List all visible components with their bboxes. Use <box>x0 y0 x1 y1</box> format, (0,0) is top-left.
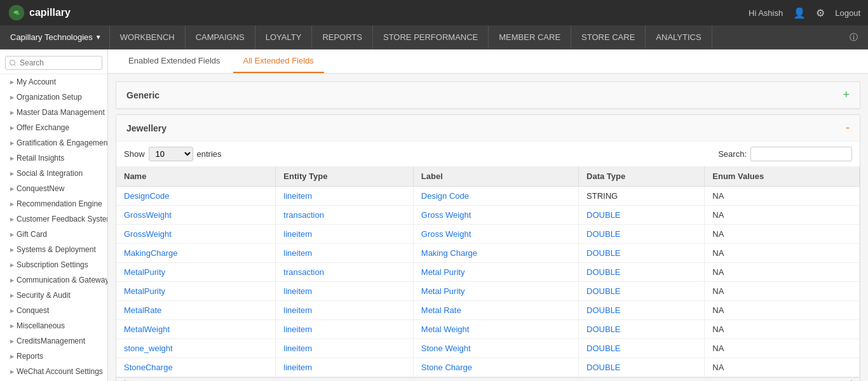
sidebar-item-my-account[interactable]: My Account <box>0 74 107 90</box>
sidebar-item-conquest[interactable]: Conquest <box>0 303 107 318</box>
nav-workbench[interactable]: WORKBENCH <box>110 25 186 49</box>
label-link[interactable]: Gross Weight <box>421 210 471 220</box>
cell-name: MetalRate <box>116 301 276 320</box>
cell-label: Stone Weight <box>413 339 578 358</box>
sidebar-item-customer-feedback-system[interactable]: Customer Feedback System <box>0 211 107 227</box>
label-link[interactable]: Metal Rate <box>421 305 461 315</box>
sidebar-item-social--integration[interactable]: Social & Integration <box>0 166 107 181</box>
cell-data-type: DOUBLE <box>579 244 705 263</box>
label-link[interactable]: Stone Charge <box>421 363 472 372</box>
tab-enabled-extended-fields[interactable]: Enabled Extended Fields <box>118 50 231 73</box>
nav-items: WORKBENCH CAMPAIGNS LOYALTY REPORTS STOR… <box>110 25 712 49</box>
sidebar-item-gratification--engagement[interactable]: Gratification & Engagement <box>0 135 107 150</box>
generic-toggle-button[interactable]: + <box>843 88 850 102</box>
logo-area: capillary <box>8 4 71 22</box>
label-link[interactable]: Making Charge <box>421 248 477 258</box>
logout-button[interactable]: Logout <box>835 8 860 18</box>
sidebar-item-reports[interactable]: Reports <box>0 349 107 364</box>
name-link[interactable]: MakingCharge <box>124 248 178 258</box>
nav-member-care[interactable]: MEMBER CARE <box>489 25 571 49</box>
table-search-input[interactable] <box>750 147 852 161</box>
entries-label: entries <box>197 149 222 159</box>
sidebar-item-security--audit[interactable]: Security & Audit <box>0 288 107 303</box>
sidebar-item-communication--gateway[interactable]: Communication & Gateway <box>0 272 107 288</box>
help-icon[interactable]: ⓘ <box>842 25 865 49</box>
cell-enum-values: NA <box>705 320 860 339</box>
scroll-left-arrow[interactable]: ◀ <box>116 377 129 381</box>
sidebar-item-offer-exchange[interactable]: Offer Exchange <box>0 120 107 135</box>
topbar-right: Hi Ashish 👤 ⚙ Logout <box>749 7 860 19</box>
cell-entity-type: lineitem <box>276 301 413 320</box>
cell-entity-type: lineitem <box>276 187 413 206</box>
cell-label: Design Code <box>413 187 578 206</box>
cell-enum-values: NA <box>705 187 860 206</box>
name-link[interactable]: MetalRate <box>124 305 161 315</box>
sidebar-item-recommendation-engine[interactable]: Recommendation Engine <box>0 196 107 211</box>
nav-store-care[interactable]: STORE CARE <box>571 25 646 49</box>
sidebar-item-conquestnew[interactable]: ConquestNew <box>0 181 107 196</box>
sidebar-item-systems--deployment[interactable]: Systems & Deployment <box>0 242 107 257</box>
label-link[interactable]: Metal Purity <box>421 286 465 296</box>
table-row: MetalPurity lineitem Metal Purity DOUBLE… <box>116 282 860 301</box>
name-link[interactable]: StoneCharge <box>124 363 173 372</box>
col-label: Label <box>413 166 578 187</box>
cell-enum-values: NA <box>705 282 860 301</box>
tab-all-extended-fields[interactable]: All Extended Fields <box>233 50 324 73</box>
name-link[interactable]: MetalPurity <box>124 267 165 277</box>
nav-campaigns[interactable]: CAMPAIGNS <box>186 25 255 49</box>
sidebar-item-subscription-settings[interactable]: Subscription Settings <box>0 257 107 272</box>
sidebar-item-miscellaneous[interactable]: Miscellaneous <box>0 318 107 333</box>
cell-enum-values: NA <box>705 225 860 244</box>
cell-name: MakingCharge <box>116 244 276 263</box>
cell-entity-type: lineitem <box>276 282 413 301</box>
table-row: MetalWeight lineitem Metal Weight DOUBLE… <box>116 320 860 339</box>
sidebar-item-creditsmanagement[interactable]: CreditsManagement <box>0 333 107 349</box>
sidebar-item-gift-card[interactable]: Gift Card <box>0 227 107 242</box>
table-row: GrossWeight transaction Gross Weight DOU… <box>116 206 860 225</box>
sidebar-item-retail-insights[interactable]: Retail Insights <box>0 150 107 166</box>
name-link[interactable]: GrossWeight <box>124 229 172 239</box>
cell-enum-values: NA <box>705 339 860 358</box>
entries-select[interactable]: 10 25 50 100 <box>149 147 193 161</box>
sidebar-item-wechat-account-settings[interactable]: WeChat Account Settings <box>0 364 107 379</box>
label-link[interactable]: Gross Weight <box>421 229 471 239</box>
table-row: MakingCharge lineitem Making Charge DOUB… <box>116 244 860 263</box>
sidebar-search-input[interactable] <box>5 56 102 70</box>
label-link[interactable]: Metal Purity <box>421 267 465 277</box>
label-link[interactable]: Stone Weight <box>421 344 471 353</box>
nav-analytics[interactable]: ANALYTICS <box>646 25 712 49</box>
jewellery-toggle-button[interactable]: - <box>846 121 850 135</box>
name-link[interactable]: MetalPurity <box>124 286 165 296</box>
scroll-right-arrow[interactable]: ▶ <box>847 377 860 381</box>
table-row: DesignCode lineitem Design Code STRING N… <box>116 187 860 206</box>
cell-data-type: DOUBLE <box>579 225 705 244</box>
extended-fields-table: Name Entity Type Label Data Type Enum Va… <box>116 166 860 377</box>
cell-name: MetalWeight <box>116 320 276 339</box>
cell-enum-values: NA <box>705 206 860 225</box>
col-name: Name <box>116 166 276 187</box>
sidebar-item-organization-setup[interactable]: Organization Setup <box>0 90 107 105</box>
table-controls: Show 10 25 50 100 entries Search: <box>116 142 860 166</box>
cell-data-type: STRING <box>579 187 705 206</box>
generic-section-header: Generic + <box>116 82 860 109</box>
table-row: MetalPurity transaction Metal Purity DOU… <box>116 263 860 282</box>
navbar-brand[interactable]: Capillary Technologies ▼ <box>3 25 110 49</box>
cell-entity-type: lineitem <box>276 225 413 244</box>
name-link[interactable]: stone_weight <box>124 344 173 353</box>
cell-name: StoneCharge <box>116 358 276 377</box>
name-link[interactable]: GrossWeight <box>124 210 172 220</box>
gear-icon[interactable]: ⚙ <box>816 7 825 19</box>
nav-loyalty[interactable]: LOYALTY <box>255 25 313 49</box>
user-icon[interactable]: 👤 <box>793 7 806 19</box>
label-link[interactable]: Metal Weight <box>421 324 470 334</box>
sidebar-item-master-data-management[interactable]: Master Data Management <box>0 105 107 120</box>
generic-section: Generic + <box>116 81 860 109</box>
cell-label: Metal Rate <box>413 301 578 320</box>
table-row: StoneCharge lineitem Stone Charge DOUBLE… <box>116 358 860 377</box>
nav-store-performance[interactable]: STORE PERFORMANCE <box>373 25 489 49</box>
name-link[interactable]: DesignCode <box>124 191 170 201</box>
name-link[interactable]: MetalWeight <box>124 324 170 334</box>
nav-reports[interactable]: REPORTS <box>312 25 373 49</box>
brand-dropdown-arrow: ▼ <box>95 34 102 41</box>
label-link[interactable]: Design Code <box>421 191 469 201</box>
